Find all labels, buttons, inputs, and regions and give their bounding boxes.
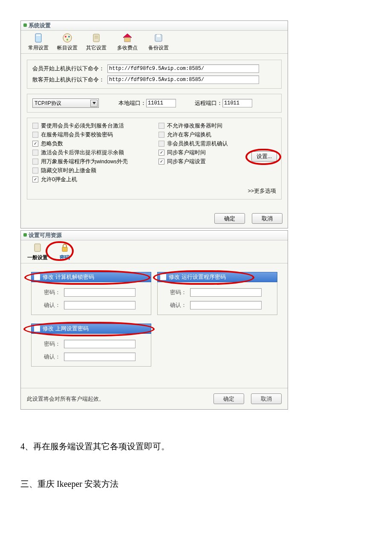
tab-password[interactable]: 密码: [52, 242, 78, 263]
svg-point-4: [68, 36, 70, 38]
cancel-button[interactable]: 取消: [252, 213, 282, 224]
tab-backup-settings[interactable]: 备份设置: [144, 32, 173, 53]
settings-button[interactable]: 设置...: [251, 151, 277, 162]
run-settings-password-group: 修改 运行设置程序密码 密码： 确认：: [157, 272, 277, 315]
option-label: 同步客户端设置: [167, 158, 206, 165]
ok-button[interactable]: 确定: [213, 393, 244, 404]
option-label: 忽略负数: [41, 140, 63, 147]
header-checkbox[interactable]: [34, 274, 40, 280]
checkbox-icon: [32, 132, 38, 138]
confirm-input[interactable]: [190, 301, 262, 309]
confirm-label: 确认：: [37, 353, 61, 361]
password-input[interactable]: [190, 288, 262, 297]
header-checkbox[interactable]: [34, 326, 40, 332]
header-checkbox[interactable]: [160, 274, 166, 280]
option-label: 用万象服务端程序作为windows外壳: [41, 158, 128, 165]
window-title: 设置可用资源: [29, 232, 62, 238]
document-body: 4、再在服务端设置其它各项设置即可。 三、重庆 Ikeeper 安装方法: [20, 439, 372, 491]
option-checkbox[interactable]: 允许在客户端换机: [159, 131, 276, 139]
chevron-down-icon: [90, 100, 98, 107]
dialog-button-bar: 确定 取消: [21, 210, 288, 228]
section-3-heading: 三、重庆 Ikeeper 安装方法: [20, 477, 372, 491]
option-checkbox[interactable]: 不允许修改服务器时间: [159, 122, 276, 130]
option-checkbox[interactable]: 激活会员卡后弹出提示框提示余额: [32, 149, 150, 156]
disk-icon: [153, 32, 164, 43]
footer-bar: 此设置将会对所有客户端起效。 确定 取消: [21, 388, 288, 409]
option-checkbox[interactable]: 在服务端用会员卡要校验密码: [32, 131, 150, 139]
member-cmd-label: 会员开始上机执行以下命令：: [32, 65, 107, 72]
member-cmd-input[interactable]: [107, 64, 259, 73]
option-label: 不允许修改服务器时间: [167, 122, 222, 130]
password-input[interactable]: [64, 288, 135, 297]
checkbox-icon: [159, 132, 164, 138]
checkbox-icon: ✓: [159, 159, 164, 165]
svg-marker-9: [123, 34, 132, 38]
option-checkbox[interactable]: 要使用会员卡必须先到服务台激活: [32, 122, 150, 130]
port-frame: TCP/IP协议 本地端口： 远程端口：: [27, 94, 282, 113]
option-checkbox[interactable]: ✓允许0押金上机: [32, 176, 150, 183]
option-checkbox[interactable]: 非会员换机无需原机确认: [159, 140, 276, 147]
tab-label: 多收费点: [117, 45, 138, 51]
group-header[interactable]: 修改 运行设置程序密码: [157, 272, 277, 282]
svg-rect-1: [36, 35, 40, 36]
footer-note-text: 此设置将会对所有客户端起效。: [27, 395, 104, 403]
tab-label: 密码: [60, 254, 70, 260]
checkbox-icon: [159, 123, 164, 129]
group-header[interactable]: 修改 计算机解锁密码: [31, 272, 151, 282]
option-label: 同步客户端时间: [167, 149, 206, 156]
resource-settings-window: 设置可用资源 一般设置 密码 修改 计算机解锁密码 密码： 确认：: [20, 230, 288, 410]
group-title: 修改 计算机解锁密码: [43, 274, 94, 280]
protocol-select[interactable]: TCP/IP协议: [32, 98, 99, 108]
option-label: 隐藏交班时的上缴金额: [41, 167, 96, 174]
confirm-input[interactable]: [64, 353, 135, 361]
tabs-toolbar: 一般设置 密码: [21, 240, 288, 263]
internet-settings-password-group: 修改 上网设置密码 密码： 确认：: [31, 324, 151, 367]
option-label: 要使用会员卡必须先到服务台激活: [41, 122, 124, 130]
checkbox-icon: [159, 141, 164, 147]
option-checkbox[interactable]: ✓忽略负数: [32, 140, 150, 147]
svg-rect-14: [35, 244, 40, 251]
svg-point-2: [63, 34, 72, 42]
confirm-input[interactable]: [64, 301, 135, 309]
option-checkbox[interactable]: 用万象服务端程序作为windows外壳: [32, 158, 150, 165]
option-label: 激活会员卡后弹出提示框提示余额: [41, 149, 124, 156]
tab-general-settings[interactable]: 一般设置: [24, 242, 51, 263]
password-label: 密码：: [37, 289, 61, 296]
cancel-button[interactable]: 取消: [251, 393, 282, 404]
password-area: 修改 计算机解锁密码 密码： 确认： 修改 运行设置程序密码 密码： 确认：: [21, 263, 288, 388]
local-port-input[interactable]: [146, 99, 176, 107]
window-titlebar: 系统设置: [21, 21, 288, 31]
ok-button[interactable]: 确定: [214, 213, 245, 224]
svg-rect-15: [62, 247, 67, 251]
tab-label: 一般设置: [27, 254, 48, 260]
svg-marker-13: [92, 102, 96, 104]
settings-panel: 会员开始上机执行以下命令： 散客开始上机执行以下命令： TCP/IP协议 本地端…: [21, 54, 288, 210]
tab-other-settings[interactable]: 其它设置: [82, 32, 110, 53]
url-frame: 会员开始上机执行以下命令： 散客开始上机执行以下命令：: [27, 60, 282, 89]
password-input[interactable]: [64, 340, 135, 348]
password-label: 密码：: [163, 289, 187, 296]
remote-port-input[interactable]: [222, 99, 252, 107]
password-label: 密码：: [37, 340, 61, 348]
group-title: 修改 运行设置程序密码: [169, 274, 226, 280]
confirm-label: 确认：: [163, 301, 187, 309]
palette-icon: [62, 32, 73, 43]
svg-point-3: [65, 36, 66, 38]
note-icon: [91, 32, 102, 43]
svg-rect-10: [124, 38, 130, 42]
unlock-password-group: 修改 计算机解锁密码 密码： 确认：: [31, 272, 151, 315]
option-label: 非会员换机无需原机确认: [167, 140, 228, 147]
tab-label: 其它设置: [86, 45, 107, 51]
tab-common-settings[interactable]: 常用设置: [24, 32, 52, 53]
house-icon: [122, 32, 133, 43]
more-options-link[interactable]: >>更多选项: [32, 188, 276, 195]
tab-account-settings[interactable]: 帐目设置: [53, 32, 81, 53]
checkbox-icon: [32, 168, 38, 173]
group-header[interactable]: 修改 上网设置密码: [31, 324, 151, 334]
checkbox-icon: [32, 150, 38, 156]
option-checkbox[interactable]: 隐藏交班时的上缴金额: [32, 167, 150, 174]
checkbox-icon: ✓: [32, 141, 38, 147]
guest-cmd-input[interactable]: [107, 75, 259, 84]
guest-cmd-label: 散客开始上机执行以下命令：: [32, 76, 107, 84]
tab-multi-billing[interactable]: 多收费点: [111, 32, 144, 53]
